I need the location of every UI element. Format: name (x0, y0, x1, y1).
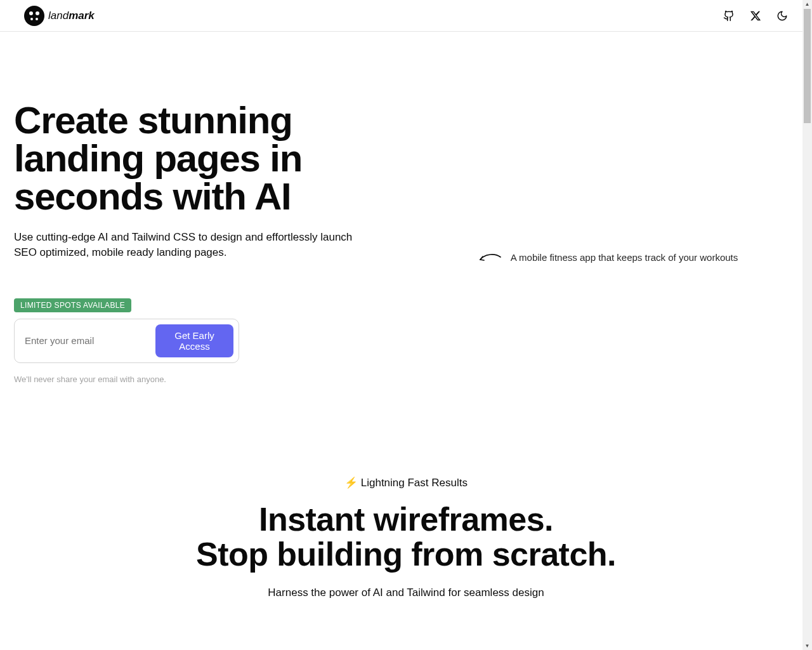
hero-section: Create stunning landing pages in seconds… (0, 32, 812, 400)
features-title-line1: Instant wireframes. (259, 501, 553, 538)
header-icon-group (723, 10, 788, 22)
hero-content: Create stunning landing pages in seconds… (14, 102, 382, 400)
email-signup-form: Get Early Access (14, 319, 239, 363)
arrow-swoosh-icon (479, 252, 502, 262)
logo-icon (24, 6, 44, 26)
moon-icon[interactable] (776, 10, 788, 22)
features-section: ⚡ Lightning Fast Results Instant wirefra… (0, 400, 812, 637)
hero-subtitle: Use cutting-edge AI and Tailwind CSS to … (14, 230, 360, 260)
privacy-note: We'll never share your email with anyone… (14, 375, 382, 384)
example-prompt-text: A mobile fitness app that keeps track of… (511, 252, 738, 263)
hero-title: Create stunning landing pages in seconds… (14, 102, 382, 216)
hero-example: A mobile fitness app that keeps track of… (419, 102, 798, 400)
brand-bold: mark (69, 10, 95, 22)
example-prompt-wrap: A mobile fitness app that keeps track of… (479, 252, 738, 263)
features-title-line2: Stop building from scratch. (196, 536, 616, 573)
brand-light: land (48, 10, 69, 22)
vertical-scrollbar[interactable]: ▲ ▼ (802, 0, 812, 637)
brand-logo[interactable]: landmark (24, 6, 95, 26)
early-access-button[interactable]: Get Early Access (155, 324, 233, 357)
scroll-up-arrow-icon[interactable]: ▲ (804, 1, 811, 8)
features-eyebrow: ⚡ Lightning Fast Results (13, 476, 799, 489)
github-icon[interactable] (723, 10, 735, 22)
availability-badge: LIMITED SPOTS AVAILABLE (14, 298, 131, 312)
scroll-thumb[interactable] (804, 9, 811, 123)
site-header: landmark (0, 0, 812, 32)
email-input[interactable] (20, 331, 150, 350)
features-title: Instant wireframes. Stop building from s… (13, 502, 799, 571)
x-twitter-icon[interactable] (750, 10, 761, 22)
features-subtitle: Harness the power of AI and Tailwind for… (13, 587, 799, 599)
brand-text: landmark (48, 10, 95, 22)
